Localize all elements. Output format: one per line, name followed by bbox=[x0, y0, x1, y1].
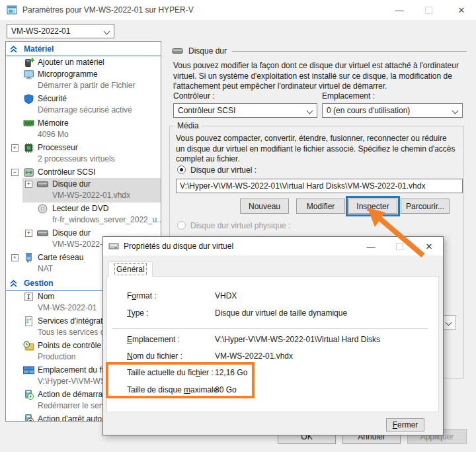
close-dialog-button[interactable]: Fermer bbox=[386, 418, 424, 431]
start-action-icon bbox=[23, 390, 34, 400]
new-button[interactable]: Nouveau bbox=[240, 199, 289, 214]
dialog-location-value: V:\Hyper-V\VM-WS-2022-01\Virtual Hard Di… bbox=[215, 335, 380, 344]
sidebar-item-scsi-controller[interactable]: − Contrôleur SCSI bbox=[6, 166, 161, 178]
item-label: Disque dur bbox=[52, 228, 91, 238]
monitor-icon bbox=[23, 69, 34, 79]
dialog-location-label: Emplacement : bbox=[127, 335, 180, 344]
chevron-down-icon bbox=[452, 108, 459, 114]
panel-description: Vous pouvez modifier la façon dont ce di… bbox=[173, 61, 461, 92]
minimize-button[interactable]: — bbox=[389, 0, 410, 20]
item-label: Nom bbox=[38, 292, 54, 301]
close-button[interactable]: ✕ bbox=[451, 0, 472, 20]
filename-label: Nom du fichier : bbox=[127, 351, 182, 361]
item-label: Microprogramme bbox=[38, 69, 98, 79]
drive-icon bbox=[108, 242, 119, 251]
panel-title: Disque dur bbox=[188, 46, 227, 56]
item-label: Action de démarrage bbox=[38, 390, 111, 399]
expander-icon[interactable]: + bbox=[11, 144, 19, 152]
edit-button[interactable]: Modifier bbox=[296, 199, 345, 214]
format-value: VHDX bbox=[215, 291, 237, 300]
virtual-disk-radio[interactable]: Disque dur virtuel : bbox=[177, 165, 257, 175]
maximize-icon bbox=[425, 7, 432, 14]
tab-label: Général bbox=[115, 264, 146, 275]
media-group-label: Média bbox=[175, 121, 202, 130]
sidebar-item-add-hardware[interactable]: Ajouter un matériel bbox=[6, 56, 161, 68]
section-title: Matériel bbox=[24, 44, 54, 54]
toolbar: VM-WS-2022-01 bbox=[0, 20, 476, 42]
item-subtext: Démarrage sécurisé activé bbox=[6, 105, 161, 117]
window-title: Paramètres pour VM-WS-2022-01 sur HYPER-… bbox=[22, 5, 194, 15]
location-label: Emplacement : bbox=[322, 91, 375, 101]
expander-icon[interactable]: + bbox=[25, 181, 32, 188]
item-subtext: fr-fr_windows_server_2022_u... bbox=[6, 214, 161, 227]
controller-value: Contrôleur SCSI bbox=[178, 106, 235, 115]
item-label: Mémoire bbox=[38, 118, 69, 128]
virtual-disk-radio-label: Disque dur virtuel : bbox=[190, 165, 257, 175]
hard-disk-icon bbox=[172, 47, 183, 55]
controller-select[interactable]: Contrôleur SCSI bbox=[173, 103, 317, 118]
maximize-button bbox=[418, 0, 439, 20]
dialog-title: Propriétés du disque dur virtuel bbox=[124, 242, 233, 251]
location-value: 0 (en cours d'utilisation) bbox=[327, 106, 410, 115]
item-subtext: 2 processeurs virtuels bbox=[6, 154, 161, 166]
item-label: Points de contrôle bbox=[38, 341, 101, 350]
tab-general[interactable]: Général bbox=[108, 261, 153, 277]
panel-header: Disque dur bbox=[172, 46, 467, 56]
hard-disk-icon bbox=[37, 179, 48, 189]
header-rule bbox=[232, 51, 467, 52]
item-label: Contrôleur SCSI bbox=[38, 167, 95, 177]
item-label: Disque dur bbox=[52, 179, 91, 189]
sidebar-item-firmware[interactable]: Microprogramme bbox=[6, 68, 161, 80]
expander-icon[interactable]: − bbox=[11, 169, 19, 176]
item-label: Processeur bbox=[38, 143, 78, 152]
memory-icon bbox=[23, 118, 34, 128]
hard-disk-icon bbox=[37, 228, 48, 238]
physical-disk-radio-label: Disque dur virtuel physique : bbox=[190, 221, 290, 230]
chevron-down-icon bbox=[307, 108, 313, 114]
format-label: Format : bbox=[127, 291, 157, 300]
chevron-down-icon bbox=[446, 320, 452, 326]
expander-icon[interactable]: + bbox=[25, 230, 32, 237]
item-label: Sécurité bbox=[38, 94, 67, 103]
settings-window: Paramètres pour VM-WS-2022-01 sur HYPER-… bbox=[0, 0, 476, 452]
radio-disabled-icon bbox=[177, 221, 186, 230]
chevron-down-icon bbox=[104, 28, 110, 35]
disk-path-field[interactable]: V:\Hyper-V\VM-WS-2022-01\Virtual Hard Di… bbox=[176, 179, 463, 193]
sidebar-item-dvd-drive[interactable]: Lecteur de DVD fr-fr_windows_server_2022… bbox=[6, 203, 161, 227]
shield-icon bbox=[23, 94, 34, 104]
item-subtext: VM-WS-2022-01.vhdx bbox=[6, 190, 161, 203]
location-select[interactable]: 0 (en cours d'utilisation) bbox=[322, 103, 463, 118]
item-label: Ajouter un matériel bbox=[38, 58, 104, 67]
disk-path-value: V:\Hyper-V\VM-WS-2022-01\Virtual Hard Di… bbox=[180, 181, 425, 191]
filename-value: VM-WS-2022-01.vhdx bbox=[215, 351, 293, 361]
radio-selected-icon[interactable] bbox=[177, 165, 186, 174]
annotation-arrow-icon bbox=[359, 196, 442, 262]
network-adapter-icon bbox=[23, 253, 34, 263]
section-header-materiel[interactable]: Matériel bbox=[6, 42, 161, 56]
checkpoints-icon bbox=[23, 341, 34, 351]
sidebar-item-memory[interactable]: Mémoire bbox=[6, 117, 161, 129]
sidebar-item-security[interactable]: Sécurité bbox=[6, 93, 161, 105]
dvd-icon bbox=[37, 204, 48, 214]
media-description: Vous pouvez compacter, convertir, étendr… bbox=[176, 134, 456, 165]
item-label: Lecteur de DVD bbox=[52, 204, 108, 213]
controller-label: Contrôleur : bbox=[173, 91, 215, 101]
type-value: Disque dur virtuel de taille dynamique bbox=[215, 308, 347, 318]
sidebar-item-hard-disk-1[interactable]: + Disque dur VM-WS-2022-01.vhdx bbox=[6, 178, 161, 203]
processor-icon bbox=[23, 143, 34, 153]
file-location-icon bbox=[23, 365, 34, 375]
type-label: Type : bbox=[127, 308, 149, 318]
sidebar-item-processor[interactable]: + Processeur bbox=[6, 142, 161, 154]
disk-properties-dialog: Propriétés du disque dur virtuel — ✕ Gén… bbox=[102, 236, 444, 435]
app-icon bbox=[7, 5, 17, 15]
section-title: Gestion bbox=[24, 279, 54, 288]
stop-action-icon bbox=[23, 414, 34, 422]
vm-selector[interactable]: VM-WS-2022-01 bbox=[7, 24, 114, 38]
vm-selector-value: VM-WS-2022-01 bbox=[11, 26, 70, 36]
annotation-highlight-box bbox=[106, 362, 255, 398]
integration-services-icon bbox=[23, 316, 34, 326]
item-subtext: Démarrer à partir de Fichier bbox=[6, 80, 161, 93]
physical-disk-radio: Disque dur virtuel physique : bbox=[177, 221, 290, 230]
name-icon bbox=[23, 292, 34, 302]
expander-icon[interactable]: + bbox=[11, 254, 19, 261]
